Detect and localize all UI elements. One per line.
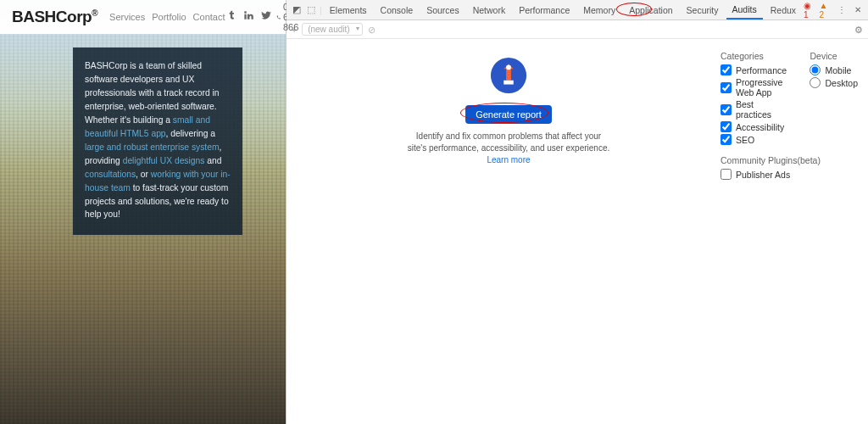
tab-network[interactable]: Network [467,2,512,19]
link-enterprise[interactable]: large and robust enterprise system [85,142,220,152]
audit-select[interactable]: (new audit) [302,23,362,36]
tab-security[interactable]: Security [681,2,725,19]
learn-more-link[interactable]: Learn more [487,155,530,165]
social-icons [225,9,271,25]
cat-bestpractices[interactable]: Best practices [721,99,789,120]
plugin-publisher-ads[interactable]: Publisher Ads [721,169,858,180]
link-consultations[interactable]: consultations [85,170,136,179]
categories-heading: Categories [721,51,789,61]
tab-performance[interactable]: Performance [513,2,576,19]
device-toggle-icon[interactable]: ⬚ [304,4,317,15]
site-nav: Services Portfolio Contact [109,12,225,22]
device-heading: Device [810,51,858,61]
site-header: BASHCorp® Services Portfolio Contact 012… [0,0,286,34]
svg-point-2 [506,65,511,70]
nav-portfolio[interactable]: Portfolio [152,12,186,22]
linkedin-icon[interactable] [242,9,254,25]
kebab-icon[interactable]: ⋮ [836,5,849,14]
svg-rect-1 [504,81,514,85]
devtools-tabbar: ◩ ⬚ | Elements Console Sources Network P… [287,0,868,20]
audits-toolbar: + (new audit) ⊘ ⚙ [287,20,868,39]
tumblr-icon[interactable] [225,9,237,25]
audits-body: Generate report Identify and fix common … [287,39,868,424]
cat-performance[interactable]: Performance [721,64,789,75]
clear-icon[interactable]: ⊘ [368,25,376,35]
cat-accessibility[interactable]: Accessibility [721,121,789,132]
close-icon[interactable]: ✕ [852,5,865,14]
phone-icon [276,13,281,22]
tab-elements[interactable]: Elements [324,2,373,19]
device-mobile[interactable]: Mobile [810,64,858,75]
tab-console[interactable]: Console [375,2,420,19]
plugins-heading: Community Plugins(beta) [721,155,858,165]
website-pane: BASHCorp® Services Portfolio Contact 012… [0,0,286,424]
nav-contact[interactable]: Contact [193,12,225,22]
gear-icon[interactable]: ⚙ [854,25,863,35]
tab-application[interactable]: Application [623,2,678,19]
tab-redux[interactable]: Redux [765,2,802,19]
warning-count[interactable]: ▲ 2 [820,1,832,20]
cat-pwa[interactable]: Progressive Web App [721,77,789,98]
nav-services[interactable]: Services [109,12,145,22]
link-ux[interactable]: delightful UX designs [123,156,205,165]
tab-sources[interactable]: Sources [420,2,465,19]
intro-card: BASHCorp is a team of skilled software d… [73,47,242,235]
error-count[interactable]: ◉ 1 [804,1,816,20]
generate-report-button[interactable]: Generate report [465,105,552,124]
audits-description: Identify and fix common problems that af… [407,131,610,166]
tab-memory[interactable]: Memory [577,2,621,19]
cat-seo[interactable]: SEO [721,134,789,145]
inspect-icon[interactable]: ◩ [290,4,303,15]
devtools-panel: ◩ ⬚ | Elements Console Sources Network P… [286,0,868,424]
tab-audits[interactable]: Audits [726,1,763,20]
lighthouse-icon [489,56,528,95]
site-logo[interactable]: BASHCorp® [12,8,97,26]
device-desktop[interactable]: Desktop [810,77,858,88]
twitter-icon[interactable] [259,9,271,25]
